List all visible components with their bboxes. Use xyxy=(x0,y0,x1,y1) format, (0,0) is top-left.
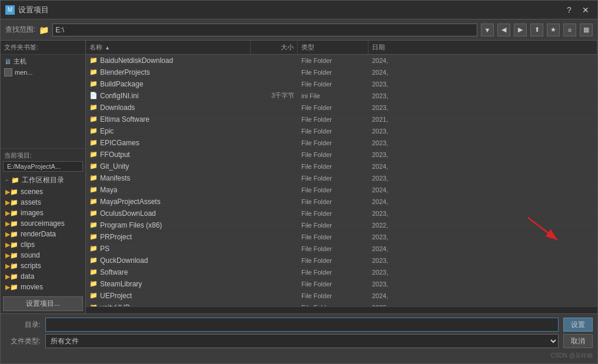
tree-item[interactable]: ▶📁clips xyxy=(1,239,85,250)
file-icon: 📁 xyxy=(89,256,98,264)
file-name: BlenderProjects xyxy=(100,68,150,76)
bookmark-computer-label: 主机 xyxy=(14,57,26,66)
main-window: M 设置项目 ? ✕ 查找范围: 📁 ▼ ◀ ▶ ⬆ ★ ≡ ▦ 文件夹书签: … xyxy=(0,0,598,364)
file-icon: 📁 xyxy=(89,68,98,76)
tree-collapse-icon: − xyxy=(5,177,9,183)
nav-forward-btn[interactable]: ▶ xyxy=(514,24,527,36)
table-row[interactable]: 📁 Maya File Folder 2024, xyxy=(86,184,597,196)
tree-item[interactable]: ▶📁movies xyxy=(1,282,85,292)
col-header-name[interactable]: 名称 ▲ xyxy=(86,41,251,54)
app-icon: M xyxy=(5,5,15,15)
file-icon: 📁 xyxy=(89,162,98,170)
file-name: UEProject xyxy=(100,292,132,300)
tree-item[interactable]: ▶📁renderData xyxy=(1,229,85,239)
file-name: Downloads xyxy=(100,103,135,112)
file-icon: 📁 xyxy=(89,56,98,64)
cancel-button[interactable]: 取消 xyxy=(563,334,593,348)
current-project-label: 当前项目: xyxy=(1,149,85,161)
table-row[interactable]: 📁 unityHUB File Folder 2023, xyxy=(86,302,597,306)
window-title: 设置项目 xyxy=(18,5,562,15)
table-row[interactable]: 📁 SteamLibrary File Folder 2023, xyxy=(86,278,597,290)
folder-bm-icon xyxy=(4,68,12,76)
table-row[interactable]: 📄 ConfigINI.ini 3千字节 ini File 2023, xyxy=(86,90,597,102)
current-project-path: E:/MayaProjectA... xyxy=(3,161,83,172)
tree-item[interactable]: ▶📁sound xyxy=(1,250,85,261)
tree-item[interactable]: ▶📁Time Editor xyxy=(1,292,85,294)
table-row[interactable]: 📁 BuildPackage File Folder 2023, xyxy=(86,78,597,90)
file-name: FFOutput xyxy=(100,151,130,159)
tree-item[interactable]: ▶📁scenes xyxy=(1,186,85,197)
table-row[interactable]: 📁 Epic File Folder 2023, xyxy=(86,125,597,137)
file-icon: 📁 xyxy=(89,139,98,146)
table-row[interactable]: 📁 QuckDownload File Folder 2023, xyxy=(86,255,597,266)
table-row[interactable]: 📁 PS File Folder 2024, xyxy=(86,243,597,255)
nav-back-btn[interactable]: ◀ xyxy=(497,24,510,36)
col-header-type[interactable]: 类型 xyxy=(298,41,368,54)
table-row[interactable]: 📁 BlenderProjects File Folder 2024, xyxy=(86,66,597,78)
file-icon: 📁 xyxy=(89,151,98,158)
table-row[interactable]: 📁 PRProject File Folder 2023, xyxy=(86,231,597,243)
path-input[interactable] xyxy=(52,24,477,36)
main-content: 文件夹书签: 🖥 主机 men... 当前项目: E:/MayaProjectA… xyxy=(1,41,597,313)
tree-item[interactable]: ▶📁sourceimages xyxy=(1,218,85,229)
bookmark-folder[interactable]: men... xyxy=(1,67,85,78)
table-row[interactable]: 📁 Program Files (x86) File Folder 2022, xyxy=(86,219,597,231)
table-row[interactable]: 📁 OculusDownLoad File Folder 2023, xyxy=(86,208,597,219)
sidebar: 文件夹书签: 🖥 主机 men... 当前项目: E:/MayaProjectA… xyxy=(1,41,86,313)
dir-row: 目录: 设置 xyxy=(5,318,593,332)
file-name: OculusDownLoad xyxy=(100,209,156,218)
table-row[interactable]: 📁 Manifests File Folder 2023, xyxy=(86,172,597,184)
filetype-row: 文件类型: 所有文件 取消 xyxy=(5,334,593,348)
table-row[interactable]: 📁 Software File Folder 2023, xyxy=(86,266,597,278)
tree-item[interactable]: ▶📁scripts xyxy=(1,261,85,271)
file-icon: 📁 xyxy=(89,280,98,288)
nav-up-btn[interactable]: ⬆ xyxy=(530,24,543,36)
file-icon: 📁 xyxy=(89,245,98,252)
help-button[interactable]: ? xyxy=(562,3,576,17)
file-icon: 📁 xyxy=(89,221,98,229)
file-name: BaiduNetdiskDownload xyxy=(100,56,173,65)
file-icon: 📁 xyxy=(89,268,98,276)
window-controls: ? ✕ xyxy=(562,3,593,17)
tree-folder-icon: ▶📁 xyxy=(5,252,18,259)
file-name: Program Files (x86) xyxy=(100,221,162,229)
file-icon: 📁 xyxy=(89,292,98,299)
col-header-size[interactable]: 大小 xyxy=(251,41,298,54)
tree-item[interactable]: −📁工作区根目录 xyxy=(1,174,85,186)
bookmark-computer[interactable]: 🖥 主机 xyxy=(1,56,85,67)
table-row[interactable]: 📁 EPICGames File Folder 2023, xyxy=(86,137,597,149)
dir-input[interactable] xyxy=(45,318,559,332)
folder-icon: 📁 xyxy=(39,25,49,35)
table-row[interactable]: 📁 FFOutput File Folder 2023, xyxy=(86,149,597,161)
table-row[interactable]: 📁 Eltima Software File Folder 2021, xyxy=(86,113,597,125)
bookmark-folder-label: men... xyxy=(15,69,33,76)
tree-folder-icon: ▶📁 xyxy=(5,231,18,238)
table-row[interactable]: 📁 UEProject File Folder 2024, xyxy=(86,290,597,302)
table-row[interactable]: 📁 Git_Unity File Folder 2024, xyxy=(86,161,597,172)
file-name: Manifests xyxy=(100,174,130,182)
horizontal-scrollbar[interactable] xyxy=(86,306,597,313)
dropdown-btn[interactable]: ▼ xyxy=(481,24,494,36)
watermark: CSDN @吴样稳 xyxy=(5,350,593,360)
grid-view-btn[interactable]: ▦ xyxy=(580,24,593,36)
set-button[interactable]: 设置 xyxy=(563,318,593,332)
close-button[interactable]: ✕ xyxy=(579,3,593,17)
table-row[interactable]: 📁 MayaProjectAssets File Folder 2024, xyxy=(86,196,597,208)
settings-project-btn[interactable]: 设置项目... xyxy=(3,296,83,311)
bookmark-btn[interactable]: ★ xyxy=(547,24,560,36)
table-row[interactable]: 📁 Downloads File Folder 2023, xyxy=(86,102,597,113)
filetype-select[interactable]: 所有文件 xyxy=(45,334,559,348)
bookmarks-section-label: 文件夹书签: xyxy=(1,41,85,55)
table-row[interactable]: 📁 BaiduNetdiskDownload File Folder 2024, xyxy=(86,55,597,66)
tree-item[interactable]: ▶📁data xyxy=(1,271,85,282)
computer-icon: 🖥 xyxy=(4,58,11,66)
tree-folder-icon: ▶📁 xyxy=(5,273,18,280)
tree-item[interactable]: ▶📁assets xyxy=(1,197,85,208)
tree-folder-icon: ▶📁 xyxy=(5,294,18,295)
tree-item[interactable]: ▶📁images xyxy=(1,208,85,218)
tree-folder-icon: ▶📁 xyxy=(5,262,18,270)
list-view-btn[interactable]: ≡ xyxy=(563,24,576,36)
file-icon: 📁 xyxy=(89,103,98,111)
col-header-date[interactable]: 日期 xyxy=(368,41,597,54)
title-bar: M 设置项目 ? ✕ xyxy=(1,1,597,19)
